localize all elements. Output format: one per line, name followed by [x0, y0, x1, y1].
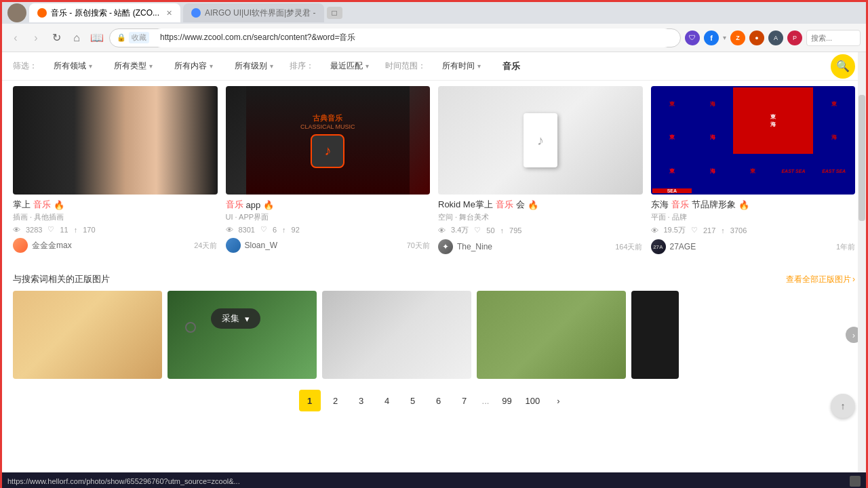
time-filter[interactable]: 所有时间 ▾	[437, 58, 486, 75]
level-filter[interactable]: 所有级别 ▾	[229, 58, 279, 75]
ext-icon1: ●	[749, 30, 764, 45]
card-1-username[interactable]: 金金金max	[32, 240, 72, 251]
card-4-save-icon: ↑	[721, 226, 725, 235]
sort-filter[interactable]: 最近匹配 ▾	[325, 58, 374, 75]
card-4-eye-icon: 👁	[651, 226, 658, 235]
card-1-save-icon: ↑	[74, 226, 78, 234]
tab-airgo[interactable]: AIRGO UI|UI软件界面|梦灵君 -	[183, 3, 324, 22]
type-filter-arrow: ▾	[149, 62, 153, 70]
image-strip: 采集 ▾ ›	[2, 288, 866, 382]
card-2-hot-icon: 🔥	[263, 200, 274, 210]
forward-button[interactable]: ›	[28, 30, 44, 46]
status-url: https://www.hellorf.com/photo/show/65529…	[7, 477, 850, 485]
sort-filter-arrow: ▾	[366, 62, 369, 70]
card-4-stats: 👁 19.5万 ♡ 217 ↑ 3706	[651, 225, 856, 235]
back-to-top-button[interactable]: ↑	[831, 394, 855, 418]
pickup-label: 采集	[222, 312, 239, 325]
card-3-hot-icon: 🔥	[528, 200, 538, 210]
dropdown-arrow[interactable]: ▾	[723, 34, 726, 41]
card-2-username[interactable]: Sloan_W	[245, 241, 278, 250]
pagination: 1 2 3 4 5 6 7 ... 99 100 ›	[2, 382, 866, 420]
card-4-footer: 27A 27AGE 1年前	[651, 239, 856, 254]
strip-img-3[interactable]	[322, 291, 471, 379]
card-2-avatar	[226, 238, 241, 253]
card-4-time: 1年前	[836, 242, 855, 252]
card-1-stats: 👁 3283 ♡ 11 ↑ 170	[13, 225, 218, 234]
tab-zcool-close[interactable]: ✕	[166, 9, 172, 18]
tab-zcool-label: 音乐 - 原创搜索 - 站酷 (ZCO...	[51, 7, 159, 19]
url-input[interactable]	[152, 28, 673, 47]
card-4-views: 19.5万	[664, 225, 686, 235]
content-filter-arrow: ▾	[210, 62, 213, 70]
strip-img-4[interactable]	[477, 291, 626, 379]
content-filter[interactable]: 所有内容 ▾	[169, 58, 218, 75]
card-2-eye-icon: 👁	[226, 226, 233, 234]
page-7[interactable]: 7	[454, 390, 475, 411]
home-button[interactable]: ⌂	[68, 30, 85, 46]
card-1-footer: 金金金max 24天前	[13, 238, 218, 253]
field-filter-arrow: ▾	[89, 62, 92, 70]
card-1-eye-icon: 👁	[13, 226, 20, 234]
page-3[interactable]: 3	[351, 390, 372, 411]
browser-toolbar: 🛡 f ▾ Z ● A P	[685, 30, 861, 46]
card-1-hot-icon: 🔥	[54, 200, 64, 210]
strip-img-2[interactable]	[167, 291, 317, 379]
strip-img-1[interactable]	[13, 291, 162, 379]
page-99[interactable]: 99	[496, 390, 517, 411]
ext-icon3: P	[787, 30, 802, 45]
title-bar: 音乐 - 原创搜索 - 站酷 (ZCO... ✕ AIRGO UI|UI软件界面…	[2, 2, 866, 24]
card-4-saves: 3706	[730, 226, 747, 235]
strip-img-5[interactable]	[631, 291, 679, 379]
page-5[interactable]: 5	[402, 390, 424, 411]
card-2-likes: 6	[273, 226, 277, 234]
bookmark-button[interactable]: 📖	[89, 30, 105, 46]
refresh-button[interactable]: ↻	[48, 30, 64, 46]
pickup-button[interactable]: 采集 ▾	[211, 308, 260, 329]
status-bar: https://www.hellorf.com/photo/show/65529…	[2, 472, 866, 488]
shield-icon: 🛡	[685, 30, 700, 45]
card-4-username[interactable]: 27AGE	[670, 242, 696, 251]
field-filter[interactable]: 所有领域 ▾	[48, 58, 98, 75]
view-all-link[interactable]: 查看全部正版图片 ›	[786, 274, 855, 285]
time-filter-arrow: ▾	[477, 62, 481, 70]
search-button[interactable]: 🔍	[831, 54, 855, 79]
browser-avatar	[7, 3, 26, 22]
card-1[interactable]: 掌上音乐 🔥 插画 · 具他插画 👁 3283 ♡ 11 ↑ 170	[13, 86, 218, 254]
time-label: 时间范围：	[385, 60, 426, 72]
toolbar-search[interactable]	[806, 30, 861, 46]
field-filter-label: 所有领域	[54, 60, 86, 72]
page-6[interactable]: 6	[428, 390, 450, 411]
page-2[interactable]: 2	[325, 390, 347, 411]
filter-bar: 筛选： 所有领域 ▾ 所有类型 ▾ 所有内容 ▾ 所有级别 ▾ 排序： 最近匹配…	[2, 52, 866, 81]
card-4-avatar: 27A	[651, 239, 666, 254]
card-grid-area: 掌上音乐 🔥 插画 · 具他插画 👁 3283 ♡ 11 ↑ 170	[2, 81, 866, 268]
card-3-image: ♪	[438, 86, 643, 195]
card-3[interactable]: ♪ Rokid Me掌上音乐会 🔥 空间 · 舞台美术 👁 3.4万 ♡ 50 …	[438, 86, 643, 254]
new-tab-button[interactable]: □	[327, 7, 342, 19]
filter-label: 筛选：	[13, 60, 37, 72]
scrollbar[interactable]	[858, 52, 866, 472]
type-filter[interactable]: 所有类型 ▾	[108, 58, 158, 75]
card-3-save-icon: ↑	[500, 226, 505, 235]
status-scroll	[850, 476, 861, 487]
card-4-subtitle: 平面 · 品牌	[651, 212, 856, 222]
page-1[interactable]: 1	[299, 390, 321, 411]
page-next[interactable]: ›	[547, 390, 569, 411]
page-ellipsis: ...	[479, 396, 492, 406]
page-4[interactable]: 4	[376, 390, 398, 411]
fb-icon: f	[704, 30, 719, 45]
tab-airgo-icon	[191, 8, 201, 18]
card-3-username[interactable]: The_Nine	[457, 242, 492, 251]
card-4[interactable]: 東 海 東海 東 東 海 海 東 海 東 EAST SEA EAST SEA S…	[651, 86, 856, 254]
content-filter-label: 所有内容	[174, 60, 207, 72]
back-button[interactable]: ‹	[7, 30, 24, 46]
card-2-like-icon: ♡	[260, 225, 267, 234]
page-100[interactable]: 100	[521, 390, 543, 411]
ext-icon2: A	[768, 30, 783, 45]
scrollbar-thumb[interactable]	[859, 95, 865, 221]
search-keyword: 音乐	[502, 60, 520, 73]
card-4-likes: 217	[703, 226, 715, 235]
card-2-time: 70天前	[407, 241, 430, 251]
card-2[interactable]: 古典音乐 CLASSICAL MUSIC ♪ 音乐app 🔥 UI · APP界…	[226, 86, 431, 254]
tab-zcool[interactable]: 音乐 - 原创搜索 - 站酷 (ZCO... ✕	[29, 3, 180, 22]
